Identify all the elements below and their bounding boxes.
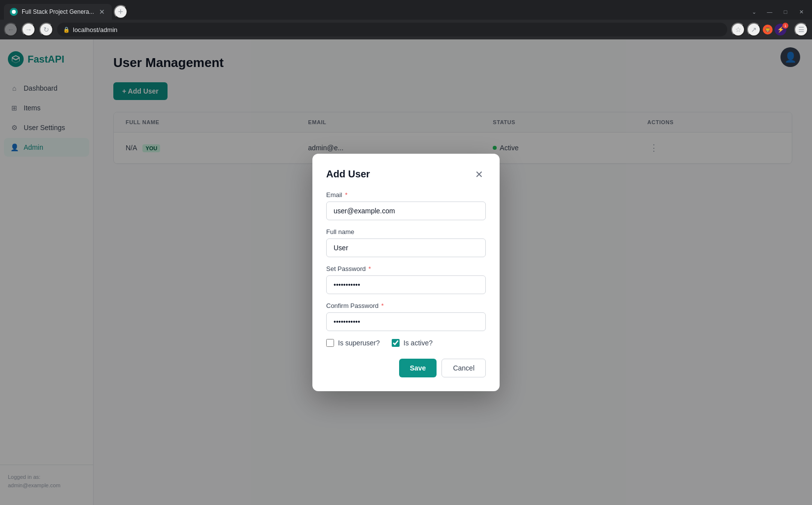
- nav-actions: ☆ ↗ 🦁 ⚡ 1 ☰: [731, 23, 808, 36]
- fullname-form-group: Full name: [326, 228, 486, 257]
- is-superuser-checkbox[interactable]: [326, 339, 334, 347]
- minimize-button[interactable]: —: [763, 5, 777, 19]
- confirm-password-required-marker: *: [381, 302, 384, 309]
- email-required-marker: *: [345, 191, 347, 199]
- password-required-marker: *: [369, 265, 371, 272]
- add-user-modal: Add User ✕ Email * Full name Set: [312, 154, 500, 391]
- tab-bar: Full Stack Project Genera... ✕ + ⌄ — □ ✕: [0, 0, 812, 20]
- fullname-label: Full name: [326, 228, 486, 236]
- confirm-password-label: Confirm Password *: [326, 302, 486, 309]
- share-button[interactable]: ↗: [747, 23, 761, 36]
- modal-footer: Save Cancel: [326, 359, 486, 377]
- is-active-label: Is active?: [404, 339, 433, 347]
- confirm-password-input[interactable]: [326, 312, 486, 331]
- email-label: Email *: [326, 191, 486, 199]
- cancel-button[interactable]: Cancel: [441, 359, 486, 377]
- modal-overlay[interactable]: Add User ✕ Email * Full name Set: [0, 39, 812, 505]
- confirm-password-form-group: Confirm Password *: [326, 302, 486, 331]
- active-tab[interactable]: Full Stack Project Genera... ✕: [4, 4, 112, 20]
- address-text: localhost/admin: [73, 26, 721, 34]
- tab-favicon: [10, 8, 18, 16]
- tab-title: Full Stack Project Genera...: [22, 8, 94, 15]
- tab-list-button[interactable]: ⌄: [747, 5, 761, 19]
- email-form-group: Email *: [326, 191, 486, 220]
- notification-badge: 1: [782, 23, 788, 29]
- modal-header: Add User ✕: [326, 168, 486, 181]
- nav-bar: ← → ↻ 🔒 localhost/admin ☆ ↗ 🦁 ⚡ 1 ☰: [0, 20, 812, 39]
- password-label: Set Password *: [326, 265, 486, 272]
- security-icon: 🔒: [63, 27, 70, 33]
- email-input[interactable]: [326, 202, 486, 220]
- brave-icon: 🦁: [763, 25, 773, 34]
- browser-chrome: Full Stack Project Genera... ✕ + ⌄ — □ ✕…: [0, 0, 812, 39]
- browser-menu-button[interactable]: ☰: [794, 23, 808, 36]
- modal-close-button[interactable]: ✕: [472, 168, 486, 181]
- svg-point-0: [12, 10, 16, 14]
- new-tab-button[interactable]: +: [114, 5, 128, 19]
- save-button[interactable]: Save: [399, 359, 437, 377]
- back-button[interactable]: ←: [4, 23, 18, 36]
- maximize-button[interactable]: □: [778, 5, 792, 19]
- window-controls: ⌄ — □ ✕: [747, 5, 808, 19]
- is-superuser-label: Is superuser?: [338, 339, 380, 347]
- forward-button[interactable]: →: [22, 23, 35, 36]
- modal-title: Add User: [326, 168, 370, 180]
- password-form-group: Set Password *: [326, 265, 486, 294]
- fullname-input[interactable]: [326, 238, 486, 257]
- is-active-checkbox-label[interactable]: Is active?: [392, 339, 433, 347]
- reload-button[interactable]: ↻: [39, 23, 53, 36]
- password-input[interactable]: [326, 275, 486, 294]
- is-superuser-checkbox-label[interactable]: Is superuser?: [326, 339, 380, 347]
- checkbox-row: Is superuser? Is active?: [326, 339, 486, 347]
- bookmark-button[interactable]: ☆: [731, 23, 745, 36]
- tab-close-button[interactable]: ✕: [98, 8, 106, 16]
- close-window-button[interactable]: ✕: [794, 5, 808, 19]
- app-container: FastAPI ⌂ Dashboard ⊞ Items ⚙ User Setti…: [0, 39, 812, 505]
- main-content: 👤 User Management + Add User FULL NAME E…: [94, 39, 812, 505]
- is-active-checkbox[interactable]: [392, 339, 400, 347]
- address-bar[interactable]: 🔒 localhost/admin: [57, 23, 727, 36]
